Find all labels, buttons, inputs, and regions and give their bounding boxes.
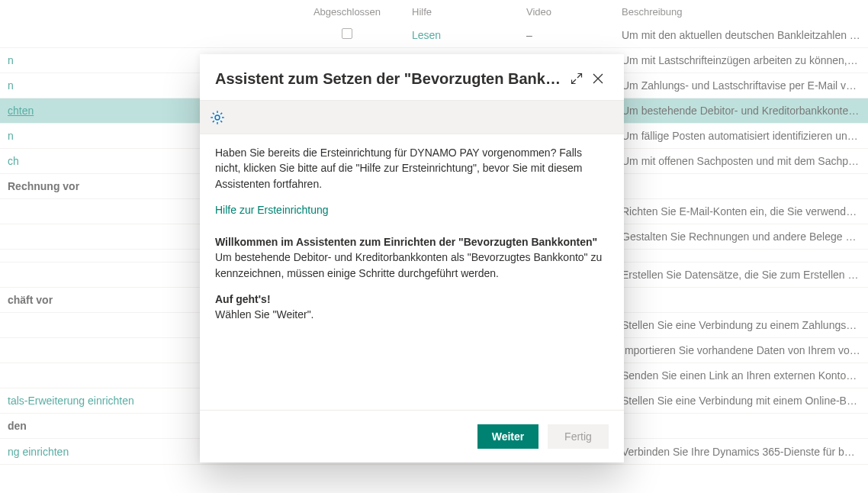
welcome-body: Um bestehende Debitor- und Kreditorbankk… bbox=[215, 251, 602, 279]
close-button[interactable] bbox=[587, 68, 609, 89]
svg-point-0 bbox=[215, 115, 220, 120]
next-button[interactable]: Weiter bbox=[477, 424, 538, 449]
finish-button: Fertig bbox=[548, 424, 609, 449]
expand-button[interactable] bbox=[566, 68, 587, 89]
wizard-modal: Assistent zum Setzen der "Bevorzugten Ba… bbox=[200, 54, 624, 462]
modal-iconbar bbox=[200, 101, 624, 134]
modal-intro-text: Haben Sie bereits die Ersteinrichtung fü… bbox=[215, 145, 609, 192]
modal-header: Assistent zum Setzen der "Bevorzugten Ba… bbox=[200, 54, 624, 101]
modal-footer: Weiter Fertig bbox=[200, 410, 624, 462]
first-setup-help-link[interactable]: Hilfe zur Ersteinrichtung bbox=[215, 202, 329, 218]
lets-go-body: Wählen Sie "Weiter". bbox=[215, 308, 314, 321]
lets-go-title: Auf geht's! bbox=[215, 293, 271, 305]
modal-body: Haben Sie bereits die Ersteinrichtung fü… bbox=[200, 134, 624, 410]
gear-icon bbox=[209, 109, 226, 126]
modal-title: Assistent zum Setzen der "Bevorzugten Ba… bbox=[215, 70, 566, 88]
welcome-title: Willkommen im Assistenten zum Einrichten… bbox=[215, 236, 597, 248]
